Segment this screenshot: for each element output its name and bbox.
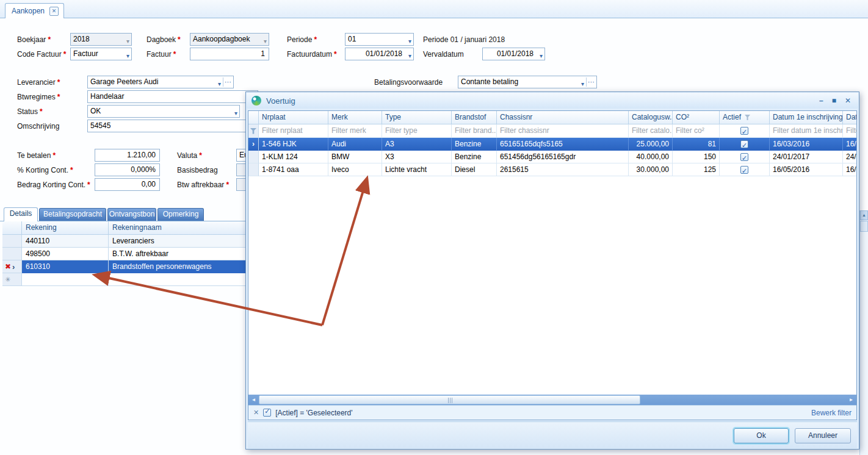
nrplaat-cell[interactable]: 1-546 HJK bbox=[259, 138, 328, 151]
bewerk-filter-link[interactable]: Bewerk filter bbox=[811, 409, 852, 417]
nrplaat-cell[interactable]: 1-KLM 124 bbox=[259, 151, 328, 163]
rekening-cell[interactable] bbox=[22, 273, 109, 286]
leverancier-select[interactable]: Garage Peeters Audi ▾ ⋯ bbox=[87, 76, 234, 88]
datum1-cell[interactable]: 24/01/2017 bbox=[770, 151, 843, 163]
chassisnr-cell[interactable]: 651456dg56165165gdr bbox=[497, 151, 629, 163]
type-cell[interactable]: A3 bbox=[382, 138, 452, 151]
rekening-cell[interactable]: 610310 bbox=[22, 260, 109, 273]
datum2-cell[interactable]: 16/05/2 bbox=[843, 163, 856, 176]
actief-cell[interactable]: ✓ bbox=[720, 138, 770, 151]
co2-cell[interactable]: 81 bbox=[673, 138, 720, 151]
merk-cell[interactable]: Audi bbox=[328, 138, 382, 151]
chevron-down-icon[interactable]: ▾ bbox=[408, 35, 411, 46]
column-header-cataloguswaarde[interactable]: Catalogusw... bbox=[629, 111, 673, 124]
factuurdatum-input[interactable]: 01/01/2018 ▾ bbox=[345, 48, 414, 60]
chevron-down-icon[interactable]: ▾ bbox=[408, 50, 411, 60]
column-header-type[interactable]: Type bbox=[382, 111, 452, 124]
vehicle-row-selected[interactable]: › 1-546 HJK Audi A3 Benzine 65165165dqfs… bbox=[248, 138, 856, 151]
delete-row-icon[interactable]: ✖ bbox=[5, 260, 11, 273]
column-header-chassisnr[interactable]: Chassisnr bbox=[497, 111, 629, 124]
column-header-co2[interactable]: CO² bbox=[673, 111, 720, 124]
filter-nrplaat-input[interactable]: Filter nrplaat bbox=[259, 124, 328, 138]
filter-funnel-icon[interactable] bbox=[745, 115, 750, 120]
checkbox-checked-icon[interactable]: ✓ bbox=[740, 166, 748, 174]
boekjaar-select[interactable]: 2018 ▾ bbox=[70, 33, 132, 46]
datum2-cell[interactable]: 24/01/2 bbox=[843, 151, 856, 163]
filter-merk-input[interactable]: Filter merk bbox=[328, 124, 382, 138]
chevron-down-icon[interactable]: ▾ bbox=[234, 107, 237, 118]
rekening-cell[interactable]: 440110 bbox=[22, 235, 109, 248]
vervaldatum-input[interactable]: 01/01/2018 ▾ bbox=[482, 48, 545, 60]
tab-ontvangstbon[interactable]: Ontvangstbon bbox=[107, 208, 156, 221]
datum1-cell[interactable]: 16/03/2016 bbox=[770, 138, 843, 151]
merk-cell[interactable]: Iveco bbox=[328, 163, 382, 176]
ellipsis-button[interactable]: ⋯ bbox=[586, 77, 595, 87]
omschrijving-input[interactable]: 54545 bbox=[87, 120, 258, 132]
scroll-left-icon[interactable]: ◄ bbox=[248, 395, 259, 405]
filter-actief-checkbox[interactable]: ✓ bbox=[720, 124, 770, 138]
column-header-rekening[interactable]: Rekening bbox=[22, 221, 109, 235]
co2-cell[interactable]: 150 bbox=[673, 151, 720, 163]
chevron-down-icon[interactable]: ▾ bbox=[218, 78, 221, 88]
tab-betalingsopdracht[interactable]: Betalingsopdracht bbox=[39, 208, 106, 221]
status-select[interactable]: OK ▾ bbox=[87, 105, 240, 118]
filter-enabled-checkbox[interactable]: ✓ bbox=[263, 409, 271, 417]
filter-datum1-input[interactable]: Filter datum 1e inschrij... bbox=[770, 124, 843, 138]
cataloguswaarde-cell[interactable]: 30.000,00 bbox=[629, 163, 673, 176]
tab-aankopen[interactable]: Aankopen ✕ bbox=[5, 3, 64, 18]
column-header-merk[interactable]: Merk bbox=[328, 111, 382, 124]
ellipsis-button[interactable]: ⋯ bbox=[223, 77, 232, 87]
chevron-down-icon[interactable]: ▾ bbox=[540, 50, 543, 60]
filter-cataloguswaarde-input[interactable]: Filter catalo... bbox=[629, 124, 673, 138]
nrplaat-cell[interactable]: 1-8741 oaa bbox=[259, 163, 328, 176]
minimize-icon[interactable]: – bbox=[819, 96, 823, 105]
co2-cell[interactable]: 125 bbox=[673, 163, 720, 176]
cataloguswaarde-cell[interactable]: 25.000,00 bbox=[629, 138, 673, 151]
brandstof-cell[interactable]: Benzine bbox=[452, 138, 497, 151]
chevron-down-icon[interactable]: ▾ bbox=[581, 78, 584, 88]
datum2-cell[interactable]: 16/03/2 bbox=[843, 138, 856, 151]
chassisnr-cell[interactable]: 65165165dqfs5165 bbox=[497, 138, 629, 151]
tab-close-icon[interactable]: ✕ bbox=[49, 7, 59, 16]
datum1-cell[interactable]: 16/05/2016 bbox=[770, 163, 843, 176]
merk-cell[interactable]: BMW bbox=[328, 151, 382, 163]
brandstof-cell[interactable]: Diesel bbox=[452, 163, 497, 176]
column-header-datum-1e-inschrijving[interactable]: Datum 1e inschrijving bbox=[770, 111, 843, 124]
main-vertical-scrollbar[interactable]: ▲ bbox=[859, 210, 868, 455]
filter-chassisnr-input[interactable]: Filter chassisnr bbox=[497, 124, 629, 138]
close-icon[interactable]: ✕ bbox=[845, 96, 851, 105]
filter-co2-input[interactable]: Filter co² bbox=[673, 124, 720, 138]
btwregimes-input[interactable]: Handelaar bbox=[87, 90, 258, 103]
column-header-brandstof[interactable]: Brandstof bbox=[452, 111, 497, 124]
chevron-down-icon[interactable]: ▾ bbox=[126, 50, 129, 60]
annuleer-button[interactable]: Annuleer bbox=[795, 428, 851, 443]
filter-brandstof-input[interactable]: Filter brand... bbox=[452, 124, 497, 138]
checkbox-checked-icon[interactable]: ✓ bbox=[740, 140, 748, 148]
horizontal-scrollbar[interactable]: ◄ ► bbox=[248, 395, 856, 405]
scroll-up-icon[interactable]: ▲ bbox=[860, 210, 868, 220]
ok-button[interactable]: Ok bbox=[734, 428, 789, 443]
chevron-down-icon[interactable]: ▾ bbox=[126, 35, 129, 46]
korting-pct-input[interactable]: 0,000% bbox=[95, 163, 160, 176]
remove-filter-icon[interactable]: ✕ bbox=[253, 409, 259, 417]
actief-cell[interactable]: ✓ bbox=[720, 163, 770, 176]
filter-type-input[interactable]: Filter type bbox=[382, 124, 452, 138]
chevron-down-icon[interactable]: ▾ bbox=[264, 35, 267, 46]
hscrollbar-track[interactable] bbox=[640, 395, 846, 405]
vehicle-row[interactable]: 1-8741 oaa Iveco Lichte vracht Diesel 26… bbox=[248, 163, 856, 176]
brandstof-cell[interactable]: Benzine bbox=[452, 151, 497, 163]
vehicle-row[interactable]: 1-KLM 124 BMW X3 Benzine 651456dg5616516… bbox=[248, 151, 856, 163]
betalingsvoorwaarde-select[interactable]: Contante betaling ▾ ⋯ bbox=[458, 76, 597, 88]
type-cell[interactable]: X3 bbox=[382, 151, 452, 163]
column-header-datum-clipped[interactable]: Datum i bbox=[843, 111, 856, 124]
maximize-icon[interactable]: ■ bbox=[832, 96, 836, 105]
scroll-right-icon[interactable]: ► bbox=[846, 395, 856, 405]
dialog-titlebar[interactable]: Voertuig – ■ ✕ bbox=[247, 93, 858, 109]
checkbox-checked-icon[interactable]: ✓ bbox=[740, 153, 748, 161]
checkbox-checked-icon[interactable]: ✓ bbox=[740, 127, 748, 135]
tab-opmerking[interactable]: Opmerking bbox=[157, 208, 204, 221]
tab-details[interactable]: Details bbox=[4, 207, 38, 221]
cataloguswaarde-cell[interactable]: 40.000,00 bbox=[629, 151, 673, 163]
te-betalen-input[interactable]: 1.210,00 bbox=[95, 149, 160, 162]
type-cell[interactable]: Lichte vracht bbox=[382, 163, 452, 176]
